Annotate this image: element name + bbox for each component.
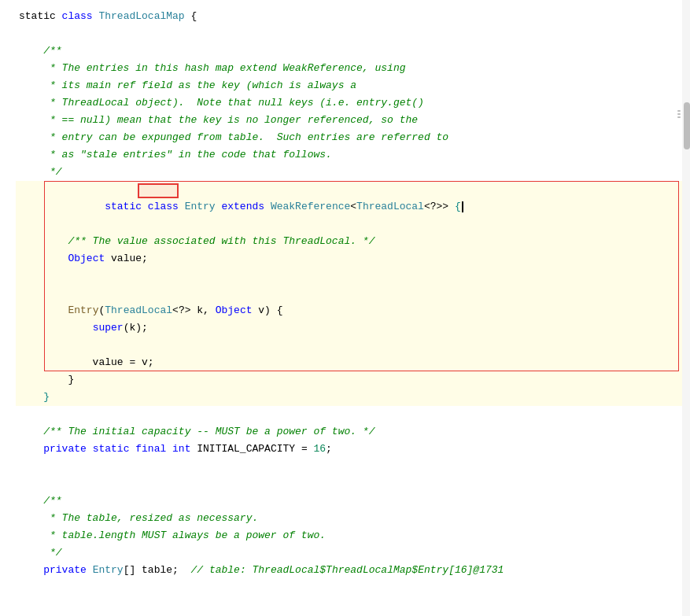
code-line-24: private static final int INITIAL_CAPACIT… [16, 441, 690, 458]
code-line-6: * ThreadLocal object). Note that null ke… [16, 94, 690, 112]
code-area: static class ThreadLocalMap { /** * The … [0, 0, 690, 587]
code-line-21: } [16, 389, 690, 406]
scrollbar-thumb[interactable] [684, 102, 690, 149]
entry-keyword: Entry [185, 201, 216, 212]
code-line-29: * table.length MUST always be a power of… [16, 527, 690, 544]
code-line-28: * The table, resized as necessary. [16, 510, 690, 527]
code-line-9: * as "stale entries" in the code that fo… [16, 146, 690, 164]
code-line-12: /** The value associated with this Threa… [16, 233, 690, 250]
code-line-20: } [16, 371, 690, 389]
code-line-11: static class Entry extends WeakReference… [16, 181, 690, 233]
mini-map-dots [677, 110, 682, 118]
code-line-3: /** [16, 42, 690, 60]
code-line-13: Object value; [16, 250, 690, 267]
code-line-1: static class ThreadLocalMap { [16, 8, 690, 25]
code-line-30: */ [16, 544, 690, 562]
code-line-26 [16, 475, 690, 492]
scrollbar[interactable] [682, 0, 690, 616]
code-line-16: Entry(ThreadLocal<?> k, Object v) { [16, 302, 690, 319]
code-line-7: * == null) mean that the key is no longe… [16, 112, 690, 129]
code-line-19: value = v; [16, 354, 690, 371]
code-line-14 [16, 267, 690, 285]
code-line-23: /** The initial capacity -- MUST be a po… [16, 423, 690, 441]
code-line-4: * The entries in this hash map extend We… [16, 60, 690, 77]
code-line-8: * entry can be expunged from table. Such… [16, 129, 690, 146]
code-line-22 [16, 406, 690, 423]
code-line-18 [16, 337, 690, 354]
code-line-10: */ [16, 164, 690, 181]
code-line-2 [16, 25, 690, 42]
code-line-15 [16, 285, 690, 302]
code-line-25 [16, 458, 690, 475]
code-line-5: * its main ref field as the key (which i… [16, 77, 690, 94]
code-container: static class ThreadLocalMap { /** * The … [0, 0, 690, 616]
code-line-31: private Entry[] table; // table: ThreadL… [16, 562, 690, 579]
code-line-27: /** [16, 492, 690, 510]
code-line-17: super(k); [16, 319, 690, 337]
